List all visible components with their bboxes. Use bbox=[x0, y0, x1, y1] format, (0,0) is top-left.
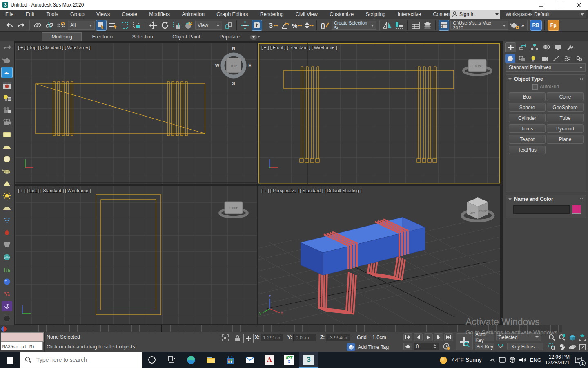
go-to-start-button[interactable] bbox=[403, 333, 412, 341]
name-color-header[interactable]: Name and Color bbox=[506, 195, 586, 203]
file-explorer-icon[interactable] bbox=[201, 352, 220, 368]
menu-graph-editors[interactable]: Graph Editors bbox=[211, 10, 253, 19]
select-and-manipulate-button[interactable] bbox=[240, 20, 250, 31]
minimize-button[interactable] bbox=[532, 0, 550, 10]
swirl-icon[interactable] bbox=[2, 301, 12, 311]
railclone-button[interactable]: RB bbox=[530, 20, 542, 31]
maxscript-mini-listener[interactable]: MAXScript Mi bbox=[1, 342, 43, 350]
restore-button[interactable] bbox=[550, 0, 569, 10]
menu-group[interactable]: Group bbox=[65, 10, 90, 19]
undo-button[interactable] bbox=[4, 20, 15, 31]
close-button[interactable] bbox=[569, 0, 588, 10]
render-preview-icon[interactable] bbox=[2, 80, 12, 90]
menu-overflow-chevron[interactable]: » bbox=[444, 10, 447, 19]
adobe-icon[interactable]: A bbox=[260, 352, 279, 368]
plane-button[interactable]: Plane bbox=[547, 135, 584, 144]
start-button[interactable] bbox=[0, 352, 20, 368]
select-and-place-button[interactable] bbox=[183, 20, 194, 31]
task-view-button[interactable] bbox=[162, 352, 181, 368]
menu-edit[interactable]: Edit bbox=[20, 10, 40, 19]
light-lister-icon[interactable] bbox=[2, 92, 12, 103]
search-input[interactable] bbox=[36, 356, 135, 364]
snaps-3d-button[interactable]: 3 bbox=[268, 20, 278, 31]
time-slider-marker[interactable] bbox=[161, 325, 162, 332]
menu-customize[interactable]: Customize bbox=[324, 10, 359, 19]
taskbar-clock[interactable]: 12:06 PM 12/28/2021 bbox=[545, 354, 570, 366]
play-button[interactable] bbox=[424, 333, 433, 341]
bind-spacewarp-button[interactable] bbox=[56, 20, 67, 31]
sun-icon[interactable] bbox=[2, 191, 12, 201]
textplus-button[interactable]: TextPlus bbox=[509, 146, 546, 154]
perspective-viewcube[interactable]: LEFT FRONT bbox=[462, 197, 493, 221]
macro-recorder-field[interactable] bbox=[1, 332, 44, 342]
torus-button[interactable]: Torus bbox=[509, 124, 546, 133]
tube-button[interactable]: Tube bbox=[547, 114, 584, 122]
use-pivot-center-button[interactable] bbox=[223, 20, 234, 31]
viewport-top[interactable]: [ + ] [ Top ] [ Standard ] [ Wireframe ]… bbox=[15, 43, 257, 184]
ipt-app-icon[interactable]: IPT 5 bbox=[279, 352, 299, 368]
unlink-button[interactable] bbox=[44, 20, 55, 31]
paint-icon[interactable] bbox=[2, 227, 12, 238]
cone-button[interactable]: Cone bbox=[547, 92, 584, 101]
viewport-left-label[interactable]: [ + ] [ Left ] [ Standard ] [ Wireframe … bbox=[18, 188, 91, 193]
select-link-button[interactable] bbox=[32, 20, 43, 31]
network-icon[interactable] bbox=[509, 357, 516, 363]
rectangular-selection-region-button[interactable] bbox=[120, 20, 130, 31]
space-warps-category-button[interactable] bbox=[562, 54, 572, 63]
menu-views[interactable]: Views bbox=[91, 10, 115, 19]
menu-modifiers[interactable]: Modifiers bbox=[144, 10, 175, 19]
viewport-front-label[interactable]: [ + ] [ Front ] [ Standard ] [ Wireframe… bbox=[261, 45, 337, 50]
pyramid-button[interactable]: Pyramid bbox=[547, 124, 584, 133]
notification-center-button[interactable]: 1 bbox=[573, 355, 584, 365]
cone-primitive-icon[interactable] bbox=[2, 178, 12, 188]
maximize-viewport-toggle[interactable] bbox=[578, 343, 587, 351]
taskbar-search[interactable] bbox=[20, 352, 142, 368]
menu-create[interactable]: Create bbox=[116, 10, 143, 19]
dark-sphere-icon[interactable] bbox=[2, 313, 12, 323]
toolbar-overflow-chevron[interactable]: » bbox=[521, 22, 524, 28]
selection-filter-dropdown[interactable]: All bbox=[68, 21, 95, 30]
snaps-toggle-button[interactable] bbox=[252, 20, 262, 31]
language-indicator[interactable]: ENG bbox=[530, 357, 541, 363]
transform-gizmo-toggle[interactable] bbox=[220, 334, 230, 342]
tray-chevron-icon[interactable] bbox=[490, 358, 495, 362]
render-setup-button[interactable] bbox=[510, 20, 520, 31]
select-object-button[interactable] bbox=[96, 20, 107, 31]
time-configuration-button[interactable] bbox=[442, 342, 451, 351]
select-and-move-button[interactable] bbox=[148, 20, 158, 31]
hierarchy-tab[interactable] bbox=[529, 42, 540, 52]
3ds-max-taskbar-icon[interactable]: 3 bbox=[299, 352, 318, 368]
autogrid-checkbox[interactable] bbox=[532, 84, 538, 90]
spray-icon[interactable] bbox=[2, 215, 12, 225]
redo-button[interactable] bbox=[16, 20, 27, 31]
reference-coordinate-dropdown[interactable]: View bbox=[195, 21, 222, 30]
menu-rendering[interactable]: Rendering bbox=[255, 10, 289, 19]
auto-key-button[interactable]: Auto Key bbox=[475, 333, 494, 341]
systems-category-button[interactable] bbox=[574, 54, 584, 63]
menu-civil-view[interactable]: Civil View bbox=[290, 10, 323, 19]
primitive-category-dropdown[interactable]: Standard Primitives bbox=[506, 63, 586, 72]
shapes-category-button[interactable] bbox=[517, 54, 527, 63]
selection-lock-toggle[interactable] bbox=[233, 334, 242, 342]
create-tab[interactable] bbox=[505, 42, 516, 52]
mirror-button[interactable] bbox=[382, 20, 393, 31]
zoom-all-button[interactable] bbox=[557, 333, 567, 342]
next-frame-button[interactable] bbox=[434, 333, 443, 341]
viewport-perspective-label[interactable]: [ + ] [ Perspective ] [ Standard ] [ Def… bbox=[261, 188, 361, 193]
go-to-end-button[interactable] bbox=[444, 333, 453, 341]
grass-icon[interactable] bbox=[2, 264, 12, 274]
display-tab[interactable] bbox=[552, 42, 564, 52]
sphere-primitive-icon[interactable] bbox=[2, 154, 12, 164]
viewport-perspective[interactable]: [ + ] [ Perspective ] [ Standard ] [ Def… bbox=[258, 186, 500, 324]
mini-curve-editor-icon[interactable] bbox=[1, 326, 7, 332]
key-filters-button[interactable]: Key Filters... bbox=[507, 343, 543, 350]
menu-tools[interactable]: Tools bbox=[41, 10, 63, 19]
top-viewcube-compass[interactable]: TOP N S E W bbox=[215, 46, 252, 86]
edit-named-selection-sets-button[interactable]: {} bbox=[320, 20, 330, 31]
zoom-extents-all-button[interactable] bbox=[578, 333, 587, 342]
lights-category-button[interactable] bbox=[528, 54, 538, 63]
tab-freeform[interactable]: Freeform bbox=[83, 33, 122, 41]
helpers-category-button[interactable] bbox=[551, 54, 561, 63]
select-and-rotate-button[interactable] bbox=[160, 20, 170, 31]
geometry-category-button[interactable] bbox=[505, 54, 515, 63]
